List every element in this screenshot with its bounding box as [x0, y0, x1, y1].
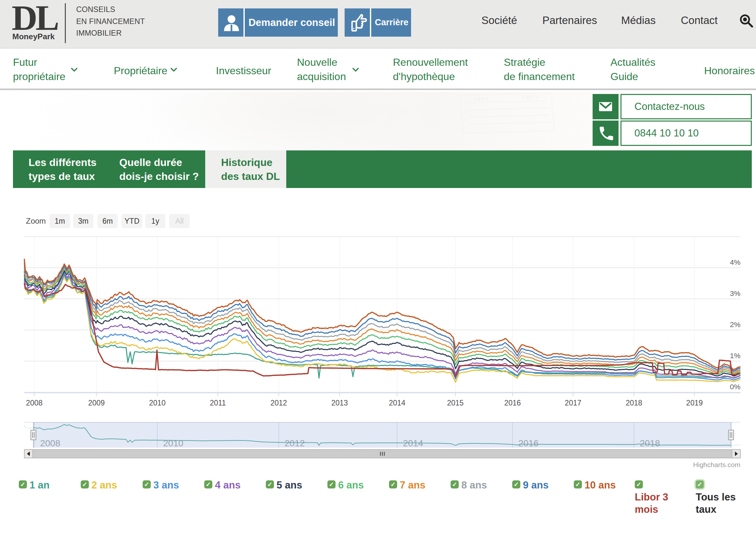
svg-text:4%: 4%	[730, 258, 740, 266]
svg-text:2016: 2016	[504, 399, 521, 407]
svg-text:2009: 2009	[88, 399, 105, 407]
svg-text:2014: 2014	[389, 399, 405, 407]
svg-text:2%: 2%	[730, 321, 740, 329]
svg-text:3%: 3%	[730, 289, 740, 298]
svg-text:2016: 2016	[519, 438, 538, 448]
svg-text:2013: 2013	[331, 399, 348, 407]
svg-text:2012: 2012	[285, 438, 305, 448]
svg-text:2010: 2010	[149, 399, 166, 407]
svg-text:2010: 2010	[163, 438, 183, 448]
svg-text:Highcharts.com: Highcharts.com	[693, 461, 740, 469]
svg-text:0%: 0%	[730, 383, 740, 391]
svg-text:2015: 2015	[447, 399, 464, 407]
svg-text:2018: 2018	[640, 438, 660, 448]
svg-text:2011: 2011	[210, 399, 226, 407]
svg-text:1%: 1%	[730, 352, 740, 360]
svg-text:2008: 2008	[40, 438, 60, 448]
svg-text:2008: 2008	[26, 399, 43, 407]
svg-text:2012: 2012	[270, 399, 287, 407]
svg-text:2017: 2017	[565, 399, 581, 407]
svg-text:2019: 2019	[686, 399, 703, 407]
svg-text:2018: 2018	[626, 399, 642, 407]
